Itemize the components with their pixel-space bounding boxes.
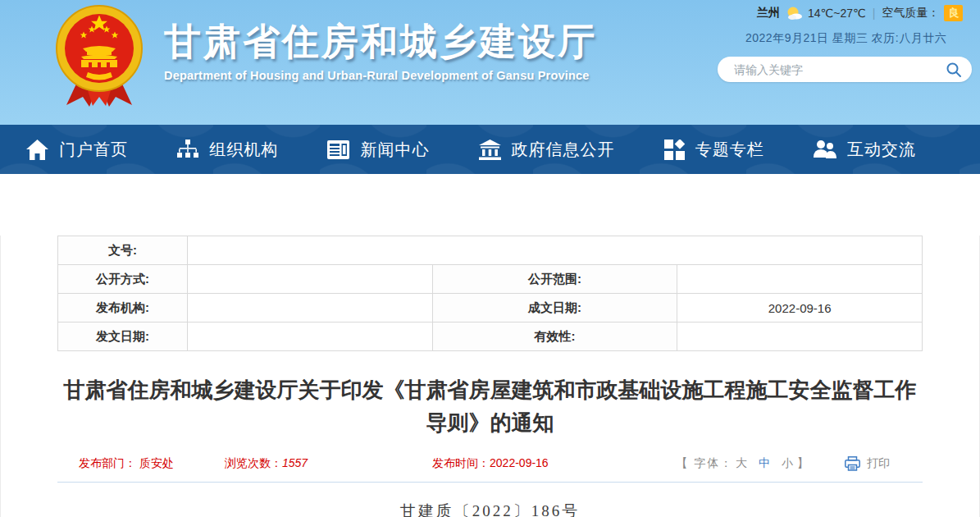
document-number: 甘建质〔2022〕186号	[1, 501, 979, 517]
font-size-small[interactable]: 小	[782, 456, 795, 469]
air-quality-label: 空气质量：	[882, 6, 939, 21]
field-value-validity	[677, 323, 923, 351]
view-count: 浏览次数：1557	[225, 456, 308, 471]
search-button[interactable]	[946, 62, 962, 78]
nav-item-gov-info[interactable]: 政府信息公开	[479, 139, 615, 161]
search-box	[718, 57, 972, 82]
nav-label: 专题专栏	[695, 139, 764, 161]
nav-label: 组织机构	[209, 139, 278, 161]
weather-city: 兰州	[757, 6, 780, 21]
brand-text: 甘肃省住房和城乡建设厅 Department of Housing and Ur…	[164, 0, 597, 82]
site-header: 甘肃省住房和城乡建设厅 Department of Housing and Ur…	[0, 0, 980, 125]
table-row: 文号:	[58, 236, 923, 265]
sun-cloud-icon	[785, 6, 803, 21]
field-label-written-date: 成文日期:	[432, 294, 677, 323]
field-value-open-method	[188, 265, 433, 294]
font-size-medium[interactable]: 中	[759, 456, 772, 469]
search-icon	[946, 62, 962, 78]
nav-label: 新闻中心	[360, 139, 429, 161]
print-label: 打印	[867, 456, 890, 471]
table-row: 发文日期: 有效性:	[58, 323, 923, 351]
header-right-panel: 兰州 14℃~27℃ | 空气质量： 良 2022年9月21日 星期三 农历:八…	[718, 5, 977, 82]
table-row: 公开方式: 公开范围:	[58, 265, 923, 294]
air-quality-badge: 良	[944, 5, 963, 21]
search-input[interactable]	[734, 63, 946, 76]
site-brand: 甘肃省住房和城乡建设厅 Department of Housing and Ur…	[48, 0, 597, 110]
people-icon	[814, 140, 836, 159]
field-value-open-scope	[677, 265, 923, 294]
field-label-issue-date: 发文日期:	[58, 323, 188, 351]
article-meta-bar: 发布部门： 质安处 浏览次数：1557 发布时间：2022-09-16 【 字体…	[57, 456, 923, 483]
nav-item-organization[interactable]: 组织机构	[177, 139, 278, 161]
weather-bar: 兰州 14℃~27℃ | 空气质量： 良	[718, 5, 977, 21]
publish-time: 发布时间：2022-09-16	[432, 456, 549, 471]
article-title: 甘肃省住房和城乡建设厅关于印发《甘肃省房屋建筑和市政基础设施工程施工安全监督工作…	[56, 373, 925, 440]
table-row: 发布机构: 成文日期: 2022-09-16	[58, 294, 923, 323]
gov-building-icon	[479, 140, 501, 160]
topics-grid-icon	[664, 140, 685, 160]
nav-item-news[interactable]: 新闻中心	[327, 139, 429, 161]
nav-item-home[interactable]: 门户首页	[26, 139, 128, 161]
field-label-open-method: 公开方式:	[58, 265, 188, 294]
home-icon	[26, 140, 48, 160]
font-size-switcher: 【 字体：大 中 小】	[676, 456, 810, 471]
publish-dept: 发布部门： 质安处	[79, 456, 174, 471]
weather-temperature: 14℃~27℃	[808, 7, 866, 20]
main-content: 文号: 公开方式: 公开范围: 发布机构: 成文日期: 2022-09-16 发…	[0, 236, 980, 517]
field-value-written-date: 2022-09-16	[677, 294, 923, 323]
field-value-issuing-agency	[188, 294, 433, 323]
org-chart-icon	[177, 140, 198, 159]
field-value-docno	[188, 236, 923, 265]
nav-label: 政府信息公开	[512, 139, 615, 161]
national-emblem-logo	[48, 2, 151, 110]
printer-icon	[845, 456, 860, 471]
weather-separator: |	[873, 7, 876, 20]
field-label-docno: 文号:	[58, 236, 188, 265]
nav-label: 门户首页	[59, 139, 128, 161]
site-subtitle-english: Department of Housing and Urban-Rural De…	[164, 69, 597, 82]
print-button[interactable]: 打印	[845, 456, 890, 471]
font-size-large[interactable]: 大	[736, 456, 749, 469]
field-value-issue-date	[188, 323, 433, 351]
field-label-validity: 有效性:	[432, 323, 677, 351]
site-title: 甘肃省住房和城乡建设厅	[164, 21, 597, 62]
date-line: 2022年9月21日 星期三 农历:八月廿六	[718, 31, 977, 46]
field-label-open-scope: 公开范围:	[432, 265, 677, 294]
nav-label: 互动交流	[847, 139, 916, 161]
nav-item-topics[interactable]: 专题专栏	[664, 139, 764, 161]
nav-item-interaction[interactable]: 互动交流	[814, 139, 916, 161]
field-label-issuing-agency: 发布机构:	[58, 294, 188, 323]
news-icon	[327, 140, 349, 159]
document-meta-table: 文号: 公开方式: 公开范围: 发布机构: 成文日期: 2022-09-16 发…	[57, 236, 923, 351]
main-navbar: 门户首页 组织机构 新闻中心	[0, 125, 980, 174]
